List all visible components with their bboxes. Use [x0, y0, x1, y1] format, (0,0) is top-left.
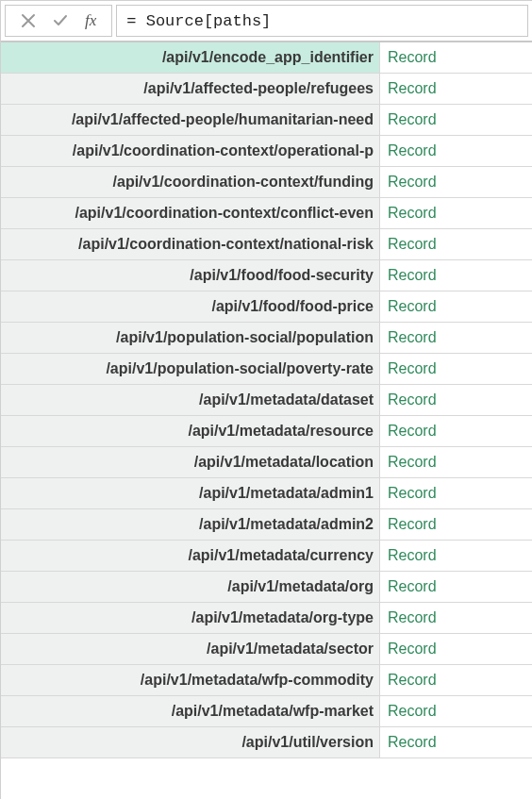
row-value-cell[interactable]: Record [380, 572, 532, 602]
table-row[interactable]: /api/v1/metadata/datasetRecord [1, 385, 532, 416]
row-path-cell[interactable]: /api/v1/metadata/wfp-commodity [1, 665, 380, 695]
row-path-cell[interactable]: /api/v1/metadata/currency [1, 541, 380, 571]
row-path-cell[interactable]: /api/v1/coordination-context/operational… [1, 136, 380, 166]
row-value-cell[interactable]: Record [380, 634, 532, 664]
results-list: /api/v1/encode_app_identifierRecord/api/… [1, 42, 532, 758]
row-value-cell[interactable]: Record [380, 260, 532, 291]
row-value-cell[interactable]: Record [380, 136, 532, 166]
row-value-cell[interactable]: Record [380, 291, 532, 322]
row-path-cell[interactable]: /api/v1/affected-people/humanitarian-nee… [1, 105, 380, 135]
row-value-cell[interactable]: Record [380, 323, 532, 353]
row-path-cell[interactable]: /api/v1/population-social/population [1, 323, 380, 353]
row-value-cell[interactable]: Record [380, 665, 532, 695]
row-path-cell[interactable]: /api/v1/metadata/org [1, 572, 380, 602]
row-value-cell[interactable]: Record [380, 74, 532, 104]
row-path-cell[interactable]: /api/v1/affected-people/refugees [1, 74, 380, 104]
row-value-cell[interactable]: Record [380, 447, 532, 477]
row-value-cell[interactable]: Record [380, 229, 532, 259]
table-row[interactable]: /api/v1/metadata/resourceRecord [1, 416, 532, 447]
row-path-cell[interactable]: /api/v1/metadata/admin2 [1, 509, 380, 540]
row-value-cell[interactable]: Record [380, 198, 532, 228]
table-row[interactable]: /api/v1/metadata/wfp-marketRecord [1, 696, 532, 727]
row-path-cell[interactable]: /api/v1/metadata/location [1, 447, 380, 477]
table-row[interactable]: /api/v1/metadata/admin2Record [1, 509, 532, 541]
table-row[interactable]: /api/v1/food/food-priceRecord [1, 291, 532, 323]
table-row[interactable]: /api/v1/metadata/sectorRecord [1, 634, 532, 665]
formula-input[interactable] [116, 5, 528, 37]
row-path-cell[interactable]: /api/v1/util/version [1, 727, 380, 757]
table-row[interactable]: /api/v1/coordination-context/national-ri… [1, 229, 532, 260]
table-row[interactable]: /api/v1/affected-people/humanitarian-nee… [1, 105, 532, 136]
row-path-cell[interactable]: /api/v1/metadata/admin1 [1, 478, 380, 508]
row-value-cell[interactable]: Record [380, 696, 532, 726]
row-value-cell[interactable]: Record [380, 727, 532, 757]
row-path-cell[interactable]: /api/v1/population-social/poverty-rate [1, 354, 380, 384]
row-value-cell[interactable]: Record [380, 167, 532, 197]
table-row[interactable]: /api/v1/metadata/admin1Record [1, 478, 532, 509]
table-row[interactable]: /api/v1/population-social/populationReco… [1, 323, 532, 354]
table-row[interactable]: /api/v1/coordination-context/operational… [1, 136, 532, 167]
row-path-cell[interactable]: /api/v1/metadata/org-type [1, 603, 380, 633]
row-path-cell[interactable]: /api/v1/coordination-context/national-ri… [1, 229, 380, 259]
table-row[interactable]: /api/v1/encode_app_identifierRecord [1, 42, 532, 74]
table-row[interactable]: /api/v1/metadata/currencyRecord [1, 541, 532, 572]
row-value-cell[interactable]: Record [380, 478, 532, 508]
row-path-cell[interactable]: /api/v1/coordination-context/conflict-ev… [1, 198, 380, 228]
table-row[interactable]: /api/v1/coordination-context/fundingReco… [1, 167, 532, 198]
row-path-cell[interactable]: /api/v1/metadata/resource [1, 416, 380, 446]
row-value-cell[interactable]: Record [380, 105, 532, 135]
table-row[interactable]: /api/v1/util/versionRecord [1, 727, 532, 758]
table-row[interactable]: /api/v1/metadata/locationRecord [1, 447, 532, 478]
formula-bar: fx [1, 1, 532, 42]
table-row[interactable]: /api/v1/metadata/org-typeRecord [1, 603, 532, 634]
row-path-cell[interactable]: /api/v1/food/food-security [1, 260, 380, 291]
cancel-icon[interactable] [19, 11, 38, 30]
row-path-cell[interactable]: /api/v1/metadata/wfp-market [1, 696, 380, 726]
table-row[interactable]: /api/v1/population-social/poverty-rateRe… [1, 354, 532, 385]
row-value-cell[interactable]: Record [380, 42, 532, 73]
row-value-cell[interactable]: Record [380, 509, 532, 540]
formula-bar-buttons: fx [5, 5, 112, 37]
table-row[interactable]: /api/v1/food/food-securityRecord [1, 260, 532, 291]
row-value-cell[interactable]: Record [380, 416, 532, 446]
row-path-cell[interactable]: /api/v1/metadata/sector [1, 634, 380, 664]
table-row[interactable]: /api/v1/coordination-context/conflict-ev… [1, 198, 532, 229]
row-path-cell[interactable]: /api/v1/food/food-price [1, 291, 380, 322]
row-value-cell[interactable]: Record [380, 541, 532, 571]
fx-label: fx [83, 11, 98, 30]
row-path-cell[interactable]: /api/v1/encode_app_identifier [1, 42, 380, 73]
table-row[interactable]: /api/v1/metadata/orgRecord [1, 572, 532, 603]
row-path-cell[interactable]: /api/v1/metadata/dataset [1, 385, 380, 415]
table-row[interactable]: /api/v1/metadata/wfp-commodityRecord [1, 665, 532, 696]
confirm-icon[interactable] [51, 11, 70, 30]
row-path-cell[interactable]: /api/v1/coordination-context/funding [1, 167, 380, 197]
table-row[interactable]: /api/v1/affected-people/refugeesRecord [1, 74, 532, 105]
row-value-cell[interactable]: Record [380, 354, 532, 384]
row-value-cell[interactable]: Record [380, 385, 532, 415]
row-value-cell[interactable]: Record [380, 603, 532, 633]
